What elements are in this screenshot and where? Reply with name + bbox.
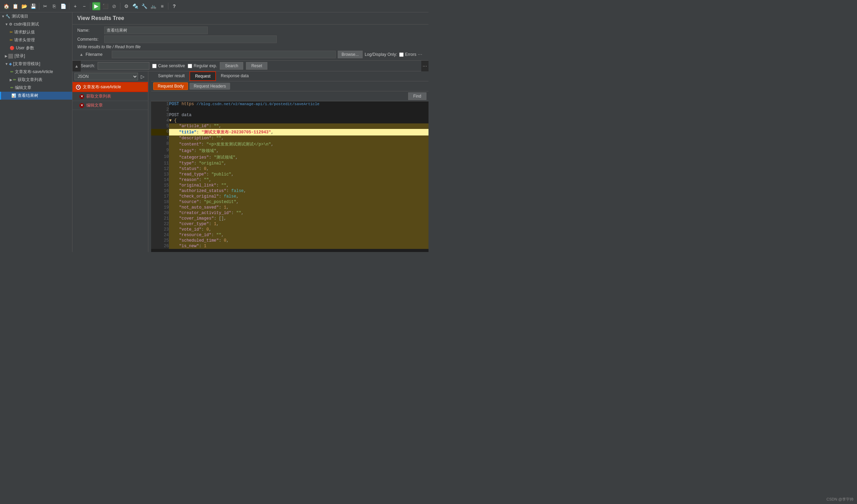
table-row: 13 "read_type": "public", — [151, 172, 428, 177]
comments-input[interactable] — [104, 36, 277, 43]
tree-arrow-login[interactable]: ▶ — [5, 54, 8, 58]
tree-icon-user: 🔴 — [10, 46, 14, 50]
vertical-handle[interactable]: ⋮ — [148, 71, 151, 252]
toolbar-paste-btn[interactable]: 📄 — [59, 2, 67, 10]
tree-icon-headers: ✂ — [10, 38, 13, 42]
write-results-label: Write results to file / Read from file — [77, 44, 140, 49]
tree-item-get-articles[interactable]: ▶ ✏ 获取文章列表 — [0, 76, 72, 84]
table-row: 4 ▼ { — [151, 118, 428, 123]
sub-tab-request-body[interactable]: Request Body — [153, 82, 188, 90]
table-row: 24 "resource_id": "", — [151, 232, 428, 238]
table-row: 12 "status": 0, — [151, 166, 428, 172]
table-row: 21 "cover_images": [], — [151, 216, 428, 221]
result-label-save-article: 文章发布-saveArticle — [83, 84, 121, 90]
toolbar-options-btn[interactable]: 🚲 — [149, 2, 157, 10]
table-row: 7 "description": "", — [151, 135, 428, 141]
tree-item-user-params[interactable]: 🔴 User 参数 — [0, 44, 72, 52]
three-dots-1[interactable]: ··· — [416, 51, 424, 58]
toolbar-play-btn[interactable]: ▶ — [92, 2, 100, 10]
toolbar-new-btn[interactable]: 🏠 — [2, 2, 10, 10]
right-panel: View Results Tree Name: Comments: Write … — [72, 12, 428, 252]
tab-request[interactable]: Request — [189, 71, 216, 81]
table-row: 18 "source": "pc_postedit", — [151, 199, 428, 205]
write-results-row: Write results to file / Read from file — [77, 44, 424, 49]
comments-label: Comments: — [77, 37, 101, 42]
toolbar-help-btn[interactable]: ? — [170, 2, 178, 10]
errors-checkbox[interactable] — [399, 52, 404, 57]
result-item-get-list[interactable]: ✕ 获取文章列表 — [72, 92, 148, 101]
tree-arrow-csdn[interactable]: ▼ — [5, 22, 8, 26]
toolbar-remove-btn[interactable]: − — [80, 2, 88, 10]
tree-item-headers[interactable]: ✂ 请求头管理 — [0, 36, 72, 44]
collapse-row: ▲ Filename Browse... Log/Display Only: E… — [77, 51, 424, 58]
toolbar-clear-btn[interactable]: ⊘ — [110, 2, 118, 10]
toolbar-cut-btn[interactable]: ✂ — [41, 2, 49, 10]
toolbar-add-btn[interactable]: + — [71, 2, 79, 10]
code-area[interactable]: 1 POST https //blog.csdn.net/v2/manage-a… — [151, 101, 428, 252]
result-label-edit: 编辑文章 — [86, 102, 103, 108]
name-input[interactable] — [104, 27, 208, 34]
result-item-save-article[interactable]: ✕ 文章发布-saveArticle — [72, 82, 148, 92]
sub-tab-request-headers[interactable]: Request Headers — [189, 83, 230, 90]
table-row: 5 "article_id": "", — [151, 123, 428, 129]
regular-exp-label[interactable]: Regular exp. — [188, 63, 217, 68]
toolbar-tools-btn[interactable]: 🔧 — [140, 2, 148, 10]
toolbar-templates-btn[interactable]: 📋 — [11, 2, 19, 10]
table-row: 20 "creator_activity_id": "", — [151, 210, 428, 216]
search-btn[interactable]: Search — [220, 62, 243, 70]
sub-tabs-row: Request Body Request Headers — [151, 81, 428, 91]
search-bar: Search: Case sensitive Regular exp. Sear… — [81, 61, 421, 71]
collapse-arrow-2[interactable]: ▲ — [72, 63, 81, 69]
tree-item-csdn[interactable]: ▼ ⚙ csdn项目测试 — [0, 20, 72, 28]
tree-item-login[interactable]: ▶ [登录] — [0, 52, 72, 60]
tree-item-root[interactable]: ▼ 🔧 测试项目 — [0, 12, 72, 20]
toolbar-plugins-btn[interactable]: 🔩 — [131, 2, 139, 10]
tree-item-view-results[interactable]: 📊 查看结果树 — [0, 92, 72, 100]
toolbar-report-btn[interactable]: ≡ — [158, 2, 166, 10]
table-row: 19 "not_auto_saved": 1, — [151, 205, 428, 210]
tree-arrow-article[interactable]: ▼ — [5, 62, 8, 66]
collapse-arrow-1[interactable]: ▲ — [77, 51, 86, 58]
case-sensitive-label[interactable]: Case sensitive — [152, 63, 185, 68]
toolbar-settings-btn[interactable]: ⚙ — [122, 2, 130, 10]
case-sensitive-checkbox[interactable] — [152, 64, 157, 68]
code-table: 1 POST https //blog.csdn.net/v2/manage-a… — [151, 101, 428, 249]
browse-btn[interactable]: Browse... — [338, 51, 363, 58]
form-section: Name: Comments: Write results to file / … — [72, 24, 428, 61]
three-dots-2[interactable]: ··· — [421, 63, 428, 69]
tree-item-save-article[interactable]: ✏ 文章发布-saveArticle — [0, 68, 72, 76]
table-row: 6 "title": "测试文章发布-20230705-112943", — [151, 129, 428, 135]
format-select[interactable]: JSON XML HTML Text — [75, 73, 138, 80]
errors-checkbox-label[interactable]: Errors — [399, 52, 416, 57]
table-row: 25 "scheduled_time": 0, — [151, 238, 428, 243]
expand-btn[interactable]: ▷ — [139, 74, 146, 79]
table-row: 3 POST data — [151, 112, 428, 118]
toolbar-copy-btn[interactable]: ⎘ — [50, 2, 58, 10]
tab-sampler-result[interactable]: Sampler result — [153, 72, 189, 81]
table-row: 23 "vote_id": 0, — [151, 227, 428, 232]
regular-exp-checkbox[interactable] — [188, 64, 192, 68]
tab-response-data[interactable]: Response data — [216, 72, 254, 81]
table-row: 11 "type": "original", — [151, 161, 428, 166]
toolbar-stop-btn[interactable]: ⬛ — [101, 2, 109, 10]
tree-icon-get-articles: ✏ — [13, 78, 16, 82]
result-item-edit[interactable]: ✕ 编辑文章 — [72, 101, 148, 110]
tree-item-edit-article[interactable]: ✏ 编辑文章 — [0, 84, 72, 92]
content-area: JSON XML HTML Text ▷ ✕ 文章发布-saveArticle … — [72, 71, 428, 252]
tree-item-defaults[interactable]: ✂ 请求默认值 — [0, 28, 72, 36]
main-layout: ▼ 🔧 测试项目 ▼ ⚙ csdn项目测试 ✂ 请求默认值 ✂ 请求头管理 🔴 … — [0, 12, 428, 252]
comments-row: Comments: — [77, 36, 424, 43]
toolbar-save-btn[interactable]: 💾 — [29, 2, 37, 10]
tree-icon-edit-article: ✏ — [10, 85, 13, 90]
search-input[interactable] — [98, 62, 149, 70]
find-btn[interactable]: Find — [408, 92, 426, 100]
reset-btn[interactable]: Reset — [246, 62, 267, 70]
name-row: Name: — [77, 27, 424, 34]
tree-icon-article-module: ◆ — [9, 62, 12, 66]
filename-input[interactable] — [112, 51, 336, 58]
table-row: 26 "is_new": 1 — [151, 243, 428, 249]
toolbar-open-btn[interactable]: 📂 — [20, 2, 28, 10]
tree-item-article-module[interactable]: ▼ ◆ [文章管理模块] — [0, 60, 72, 68]
tree-arrow-get-articles[interactable]: ▶ — [10, 78, 12, 82]
tree-arrow-root[interactable]: ▼ — [1, 14, 5, 18]
